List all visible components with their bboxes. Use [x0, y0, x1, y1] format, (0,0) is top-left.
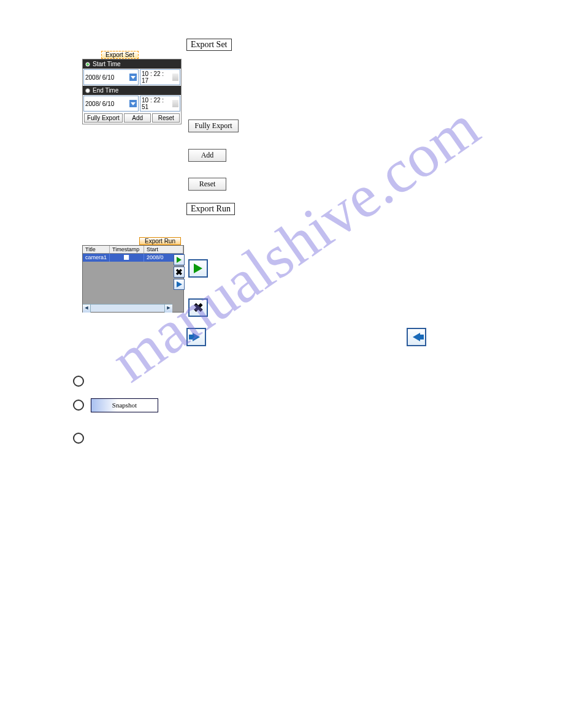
delete-button[interactable]: ✖: [188, 298, 208, 317]
spinner-icon: [172, 74, 178, 81]
radio-end-icon: [85, 88, 90, 93]
horizontal-scrollbar[interactable]: ◄ ►: [83, 304, 172, 312]
spinner-icon: [172, 100, 178, 107]
end-date-value: 2008/ 6/10: [85, 100, 114, 107]
x-icon: ✖: [175, 267, 183, 277]
col-timestamp[interactable]: Timestamp: [110, 246, 144, 253]
cell-timestamp: [110, 254, 144, 262]
panel-fully-export-button[interactable]: Fully Export: [84, 113, 123, 123]
bullet-circle-icon: [73, 400, 84, 411]
end-time-input[interactable]: 10 : 22 : 51: [140, 96, 180, 112]
col-start[interactable]: Start: [144, 246, 183, 253]
scroll-left-icon: ◄: [83, 305, 91, 313]
play-icon: [177, 257, 182, 263]
bullet-circle-icon: [73, 376, 84, 387]
end-date-input[interactable]: 2008/ 6/10: [83, 96, 139, 112]
x-icon: ✖: [193, 300, 204, 315]
reset-button[interactable]: Reset: [188, 178, 226, 191]
row-start-time-header[interactable]: Start Time: [83, 59, 181, 69]
col-title[interactable]: Title: [83, 246, 110, 253]
checkbox-icon: [124, 255, 129, 260]
side-next-button[interactable]: [174, 279, 185, 290]
radio-start-icon: [85, 62, 90, 67]
side-delete-button[interactable]: ✖: [174, 267, 185, 278]
prev-button[interactable]: [407, 328, 426, 346]
start-date-input[interactable]: 2008/ 6/10: [83, 69, 139, 85]
panel-export-run: Export Run Title Timestamp Start camera1…: [82, 245, 184, 313]
tab-export-run[interactable]: Export Run: [139, 237, 181, 245]
start-date-value: 2008/ 6/10: [85, 74, 114, 81]
heading-export-run: Export Run: [186, 203, 235, 215]
fully-export-button[interactable]: Fully Export: [188, 119, 239, 132]
end-time-value: 10 : 22 : 51: [142, 97, 172, 110]
snapshot-button[interactable]: Snapshot: [91, 398, 158, 412]
arrow-left-icon: [413, 333, 420, 341]
cell-title: camera1: [83, 254, 110, 262]
table-row[interactable]: camera1 2008/0: [83, 254, 183, 262]
bullet-circle-icon: [73, 433, 84, 444]
label-end-time: End Time: [93, 87, 118, 94]
label-start-time: Start Time: [93, 61, 121, 67]
panel-export-set: Export Set Start Time 2008/ 6/10 10 : 22…: [82, 59, 182, 124]
scroll-right-icon: ►: [164, 305, 172, 313]
heading-export-set: Export Set: [186, 39, 232, 51]
side-play-button[interactable]: [174, 254, 185, 265]
start-time-input[interactable]: 10 : 22 : 17: [140, 69, 180, 85]
add-button[interactable]: Add: [188, 149, 226, 162]
tab-export-set[interactable]: Export Set: [101, 51, 139, 59]
start-time-value: 10 : 22 : 17: [142, 70, 172, 84]
play-button[interactable]: [188, 259, 208, 278]
play-icon: [194, 264, 202, 273]
table-header: Title Timestamp Start: [83, 246, 183, 254]
arrow-right-icon: [177, 281, 182, 287]
panel-reset-button[interactable]: Reset: [152, 113, 180, 123]
row-end-time-header[interactable]: End Time: [83, 86, 181, 95]
next-button[interactable]: [186, 328, 206, 346]
arrow-right-icon: [193, 333, 200, 341]
dropdown-icon: [129, 74, 137, 81]
panel-add-button[interactable]: Add: [124, 113, 151, 123]
dropdown-icon: [129, 100, 137, 107]
panel-side-buttons: ✖: [174, 254, 185, 291]
